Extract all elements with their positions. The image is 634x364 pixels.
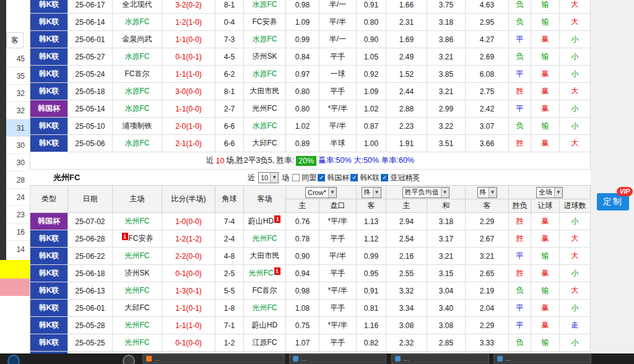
cell-score[interactable]: 1-1(1-0) [162, 66, 215, 83]
away-tab[interactable]: 客 [6, 32, 24, 48]
cell-score[interactable]: 3-0(0-0) [162, 83, 215, 100]
euro-odds-time-select[interactable]: 终▼ [477, 187, 497, 198]
team-name[interactable]: 水原FC [253, 34, 277, 45]
team-name[interactable]: FC安养 [129, 233, 154, 244]
cell-score[interactable]: 1-1(0-1) [162, 300, 215, 317]
cell-home-team[interactable]: 水原FC [113, 100, 162, 118]
taskbar-window-button[interactable]: … [289, 354, 386, 363]
cell-score[interactable]: 1-2(1-0) [162, 14, 215, 31]
cell-away-team[interactable]: 蔚山HD [244, 317, 286, 334]
cell-home-team[interactable]: 光州FC [113, 317, 162, 334]
cell-home-team[interactable]: 水原FC [113, 135, 162, 152]
cell-away-team[interactable]: 光州FC1 [244, 265, 286, 282]
team-name[interactable]: 光州FC [125, 320, 150, 331]
cell-home-team[interactable]: FC首尔 [113, 66, 162, 83]
team-name[interactable]: 水原FC [253, 121, 277, 131]
cell-home-team[interactable]: 水原FC [113, 48, 162, 66]
cell-away-team[interactable]: FC首尔 [244, 282, 286, 300]
team-name[interactable]: FC首尔 [253, 285, 277, 296]
cell-score[interactable]: 0-1(0-1) [162, 48, 215, 66]
cell-score[interactable]: 1-1(0-0) [162, 31, 215, 48]
cell-score[interactable]: 3-2(0-2) [162, 0, 215, 14]
team-name[interactable]: 浦项制铁 [123, 121, 152, 131]
cell-away-team[interactable]: 光州FC [244, 300, 286, 317]
cell-away-team[interactable]: 水原FC [244, 118, 286, 135]
cell-home-team[interactable]: 1FC安养 [113, 230, 162, 248]
cell-score[interactable]: 0-1(0-0) [162, 265, 215, 282]
checkbox[interactable] [381, 174, 388, 181]
cell-away-team[interactable]: 水原FC [244, 31, 286, 48]
cell-away-team[interactable]: FC安养 [244, 14, 286, 31]
cell-home-team[interactable]: 大邱FC [113, 300, 162, 317]
team-name[interactable]: 蔚山HD [252, 320, 277, 331]
team-name[interactable]: 水原FC [125, 86, 150, 97]
team-name[interactable]: 光州FC [249, 268, 274, 279]
cell-home-team[interactable]: 光州FC [113, 282, 162, 300]
cell-away-team[interactable]: 济州SK [244, 48, 286, 66]
cell-away-team[interactable]: 大田市民 [244, 248, 286, 265]
cell-home-team[interactable]: 光州FC [113, 248, 162, 265]
team-name[interactable]: 大邱FC [253, 138, 277, 149]
taskbar-window-button[interactable]: … [493, 354, 591, 363]
cell-home-team[interactable]: 光州FC [113, 334, 162, 352]
team-name[interactable]: 蔚山HD [248, 216, 274, 227]
team-name[interactable]: 光州FC [125, 251, 150, 261]
team-name[interactable]: 金泉尚武 [123, 34, 152, 45]
team-name[interactable]: FC安养 [253, 17, 277, 27]
asian-odds-time-select[interactable]: 终▼ [362, 187, 381, 198]
team-name[interactable]: FC首尔 [125, 69, 150, 79]
cell-score[interactable]: 2-1(1-0) [162, 135, 215, 152]
scope-select[interactable]: 全场▼ [536, 187, 563, 198]
team-name[interactable]: 光州FC [125, 337, 150, 348]
cell-score[interactable]: 1-1(1-0) [162, 317, 215, 334]
team-name[interactable]: 大邱FC [125, 303, 150, 313]
cell-away-team[interactable]: 光州FC [244, 100, 286, 118]
team-name[interactable]: 水原FC [125, 51, 150, 62]
cell-score[interactable]: 1-2(1-2) [162, 230, 215, 248]
cell-away-team[interactable]: 江原FC [244, 334, 286, 352]
team-name[interactable]: 光州FC [125, 216, 150, 227]
checkbox[interactable] [292, 174, 300, 181]
cell-home-team[interactable]: 全北现代 [113, 0, 162, 14]
cell-away-team[interactable]: 大田市民 [244, 83, 286, 100]
team-name[interactable]: 光州FC [253, 103, 277, 114]
team-name[interactable]: 江原FC [253, 337, 277, 348]
team-name[interactable]: 济州SK [252, 51, 277, 62]
team-name[interactable]: 光州FC [253, 303, 277, 313]
team-name[interactable]: 光州FC [253, 233, 277, 244]
cell-away-team[interactable]: 光州FC [244, 230, 286, 248]
euro-odds-source-select[interactable]: 胜平负均值▼ [402, 187, 449, 198]
cell-away-team[interactable]: 水原FC [244, 66, 286, 83]
cell-home-team[interactable]: 浦项制铁 [113, 118, 162, 135]
checkbox[interactable] [350, 174, 358, 181]
team-name[interactable]: 大田市民 [250, 86, 280, 97]
cell-home-team[interactable]: 水原FC [113, 83, 162, 100]
asian-odds-source-select[interactable]: Crow*▼ [305, 187, 337, 198]
taskbar-window-button[interactable]: … [391, 354, 489, 363]
checkbox[interactable] [318, 174, 325, 181]
taskbar-browser-icon[interactable] [7, 355, 20, 364]
team-name[interactable]: 全北现代 [123, 0, 152, 10]
team-name[interactable]: 水原FC [125, 103, 150, 114]
cell-score[interactable]: 1-3(0-1) [162, 282, 215, 300]
cell-home-team[interactable]: 济州SK [113, 265, 162, 282]
taskbar-window-button[interactable]: … [142, 354, 285, 363]
cell-home-team[interactable]: 水原FC [113, 14, 162, 31]
cell-score[interactable]: 2-0(1-0) [162, 118, 215, 135]
cell-home-team[interactable]: 光州FC [113, 213, 162, 230]
cell-score[interactable]: 2-2(0-0) [162, 248, 215, 265]
team-name[interactable]: 光州FC [125, 285, 150, 296]
team-name[interactable]: 水原FC [125, 17, 150, 27]
cell-away-team[interactable]: 水原FC [244, 0, 286, 14]
team-name[interactable]: 水原FC [125, 138, 150, 149]
cell-score[interactable]: 1-0(0-0) [162, 213, 215, 230]
team-name[interactable]: 水原FC [253, 0, 277, 10]
cell-away-team[interactable]: 蔚山HD1 [244, 213, 286, 230]
cell-home-team[interactable]: 金泉尚武 [113, 31, 162, 48]
team-name[interactable]: 水原FC [253, 69, 277, 79]
recent-count-select[interactable]: 10▼ [258, 172, 279, 183]
team-name[interactable]: 大田市民 [250, 251, 280, 261]
taskbar-app-icon[interactable] [123, 355, 135, 364]
cell-away-team[interactable]: 大邱FC [244, 135, 286, 152]
cell-score[interactable]: 0-1(0-0) [162, 334, 215, 352]
